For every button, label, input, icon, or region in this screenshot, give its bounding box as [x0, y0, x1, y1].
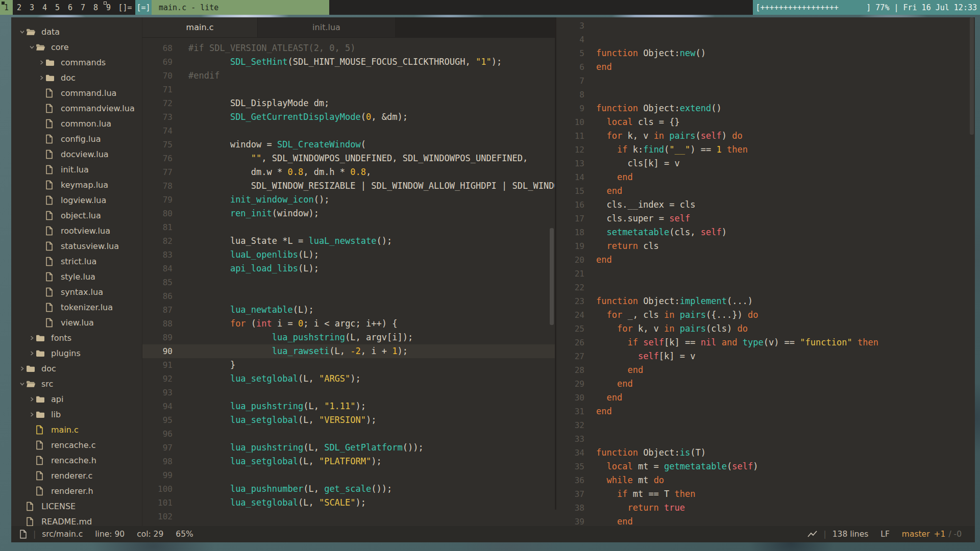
tree-file-style-lua[interactable]: style.lua [11, 269, 142, 284]
line-number: 85 [142, 276, 173, 289]
tab-main-c[interactable]: main.c [142, 17, 258, 37]
line-number: 21 [556, 267, 584, 281]
code-line-94: 94 lua_pushstring(L, "1.11"); [142, 399, 555, 413]
code-text: dm.w * 0.8, dm.h * 0.8, [188, 165, 371, 179]
tree-file-command-lua[interactable]: command.lua [11, 85, 142, 101]
tree-file-config-lua[interactable]: config.lua [11, 131, 142, 146]
tree-file-statusview-lua[interactable]: statusview.lua [11, 238, 142, 254]
line-number: 93 [142, 386, 173, 399]
tree-folder-src[interactable]: src [11, 376, 142, 391]
chevron-right-icon[interactable] [28, 335, 36, 341]
chevron-down-icon[interactable] [18, 29, 26, 35]
tree-folder-lib[interactable]: lib [11, 407, 142, 422]
folder-open-icon [26, 380, 36, 388]
tree-file-renderer-h[interactable]: renderer.h [11, 483, 142, 498]
workspace-tag-3[interactable]: 3 [26, 0, 38, 15]
tree-file-docview-lua[interactable]: docview.lua [11, 146, 142, 162]
code-line-32: 32 [556, 418, 975, 432]
tree-file-renderer-c[interactable]: renderer.c [11, 468, 142, 483]
tree-file-object-lua[interactable]: object.lua [11, 208, 142, 223]
workspace-tag-9[interactable]: 9 [102, 0, 115, 15]
workspace-tag-5[interactable]: 5 [51, 0, 64, 15]
tree-file-license[interactable]: LICENSE [11, 498, 142, 514]
tree-file-syntax-lua[interactable]: syntax.lua [11, 284, 142, 299]
workspace-tag-8[interactable]: 8 [89, 0, 102, 15]
code-text: lua_setglobal(L, "SCALE"); [188, 496, 366, 510]
folder-icon [36, 349, 46, 357]
tree-folder-core[interactable]: core [11, 39, 142, 55]
workspace-tag-1[interactable]: 1 [0, 0, 13, 15]
code-line-24: 24 for _, cls in pairs({...}) do [556, 308, 975, 322]
tree-item-label: rencache.c [51, 440, 95, 450]
tree-folder-doc[interactable]: doc [11, 70, 142, 85]
code-line-33: 33 [556, 432, 975, 446]
file-tree-panel[interactable]: datacorecommandsdoccommand.luacommandvie… [11, 17, 142, 526]
chevron-right-icon[interactable] [28, 412, 36, 417]
left-pane-scrollbar[interactable] [550, 228, 554, 325]
workspace-tag-4[interactable]: 4 [38, 0, 51, 15]
tree-file-keymap-lua[interactable]: keymap.lua [11, 177, 142, 192]
code-line-85: 85 [142, 276, 555, 289]
tree-item-label: strict.lua [61, 257, 96, 266]
file-icon [45, 88, 56, 98]
git-added-count: +1 [934, 530, 946, 539]
code-line-84: 84 api_load_libs(L); [142, 262, 555, 276]
right-pane-scrollbar[interactable] [970, 17, 974, 135]
chevron-right-icon[interactable] [28, 396, 36, 402]
tree-item-label: object.lua [61, 211, 101, 220]
tree-file-rencache-c[interactable]: rencache.c [11, 437, 142, 453]
chevron-down-icon[interactable] [28, 44, 36, 50]
code-text: SDL_DisplayMode dm; [188, 96, 329, 110]
line-number: 69 [142, 55, 173, 69]
tree-item-label: commandview.lua [61, 104, 135, 113]
tree-folder-plugins[interactable]: plugins [11, 345, 142, 361]
tree-folder-commands[interactable]: commands [11, 55, 142, 70]
code-text: local cls = {} [596, 115, 680, 129]
code-line-9: 9function Object:extend() [556, 102, 975, 115]
tree-file-commandview-lua[interactable]: commandview.lua [11, 101, 142, 116]
chevron-right-icon[interactable] [38, 60, 45, 65]
code-text: lua_pushstring(L, argv[i]); [188, 331, 413, 344]
tree-folder-api[interactable]: api [11, 391, 142, 407]
tree-file-rootview-lua[interactable]: rootview.lua [11, 223, 142, 238]
tree-file-init-lua[interactable]: init.lua [11, 162, 142, 177]
chevron-right-icon[interactable] [38, 75, 45, 81]
tree-file-readme-md[interactable]: README.md [11, 514, 142, 526]
tree-folder-doc[interactable]: doc [11, 361, 142, 376]
line-number: 97 [142, 441, 173, 455]
chevron-down-icon[interactable] [18, 381, 26, 387]
wm-layout-indicator[interactable]: []= [115, 0, 135, 15]
line-number: 4 [556, 33, 584, 46]
code-text: end [596, 391, 622, 405]
tab-init-lua[interactable]: init.lua [258, 17, 396, 37]
code-pane-init-lua[interactable]: 345function Object:new()6end789function … [556, 17, 975, 526]
tree-file-strict-lua[interactable]: strict.lua [11, 254, 142, 269]
workspace-tag-2[interactable]: 2 [13, 0, 26, 15]
statusbar-left: | src/main.c line: 90 col: 29 65% [11, 530, 193, 539]
tree-file-logview-lua[interactable]: logview.lua [11, 192, 142, 208]
tree-file-rencache-h[interactable]: rencache.h [11, 453, 142, 468]
code-line-98: 98 lua_setglobal(L, "PLATFORM"); [142, 455, 555, 468]
chevron-right-icon[interactable] [18, 366, 26, 371]
chevron-right-icon[interactable] [28, 350, 36, 356]
folder-icon [36, 334, 46, 342]
tree-folder-fonts[interactable]: fonts [11, 330, 142, 345]
code-line-71: 71 [142, 83, 555, 96]
line-number: 27 [556, 349, 584, 363]
workspace-tag-6[interactable]: 6 [64, 0, 77, 15]
tree-file-main-c[interactable]: main.c [11, 422, 142, 437]
line-number: 94 [142, 399, 173, 413]
tree-file-view-lua[interactable]: view.lua [11, 315, 142, 330]
tree-file-common-lua[interactable]: common.lua [11, 116, 142, 131]
line-number: 38 [556, 501, 584, 515]
tab-bar: main.cinit.lua [142, 17, 555, 38]
workspace-tag-7[interactable]: 7 [77, 0, 89, 15]
line-number: 73 [142, 110, 173, 124]
line-number: 82 [142, 234, 173, 248]
code-pane-main-c[interactable]: main.cinit.lua 68#if SDL_VERSION_ATLEAST… [142, 17, 555, 526]
line-number: 83 [142, 248, 173, 262]
wm-systray-indicator[interactable]: [=] [135, 0, 152, 15]
tree-file-tokenizer-lua[interactable]: tokenizer.lua [11, 299, 142, 315]
tree-folder-data[interactable]: data [11, 24, 142, 39]
line-number: 77 [142, 165, 173, 179]
